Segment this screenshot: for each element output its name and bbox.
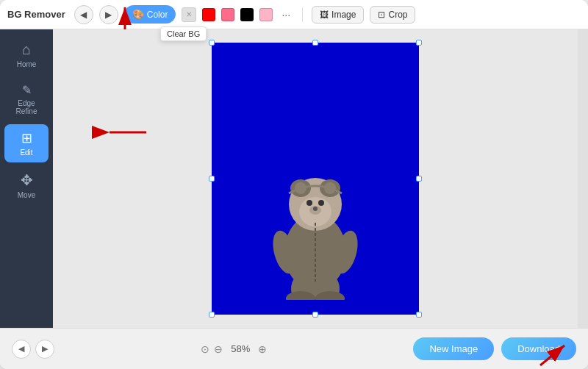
resize-handle-mr[interactable] [416, 176, 422, 182]
svg-point-9 [318, 200, 324, 206]
resize-handle-tm[interactable] [312, 40, 318, 46]
home-icon: ⌂ [22, 41, 31, 58]
resize-handle-br[interactable] [416, 312, 422, 318]
canvas-area [53, 29, 578, 328]
clear-bg-tooltip: Clear BG [160, 26, 207, 41]
edit-icon: ⊞ [21, 130, 32, 146]
resize-handle-bl[interactable] [209, 312, 215, 318]
crop-icon: ⊡ [378, 10, 385, 20]
zoom-in-icon[interactable]: ⊕ [258, 343, 267, 355]
prev-button[interactable]: ◀ [12, 340, 31, 359]
bottom-bar: ◀ ▶ ⊙ ⊖ 58% ⊕ New Image Download [0, 328, 588, 369]
next-button[interactable]: ▶ [35, 340, 54, 359]
zoom-reset-icon[interactable]: ⊙ [201, 343, 209, 355]
zoom-out-icon[interactable]: ⊖ [214, 343, 223, 355]
image-button[interactable]: 🖼 Image [312, 6, 364, 24]
sidebar-item-move[interactable]: ✥ Move [4, 165, 49, 205]
action-buttons: New Image Download [413, 337, 576, 360]
baby-figure [264, 138, 367, 300]
resize-handle-ml[interactable] [209, 176, 215, 182]
image-icon: 🖼 [320, 10, 329, 20]
resize-handle-bm[interactable] [312, 312, 318, 318]
image-container[interactable] [212, 43, 419, 315]
forward-button[interactable]: ▶ [99, 5, 118, 24]
color-swatch-black[interactable] [240, 8, 254, 21]
separator [302, 7, 303, 22]
new-image-button[interactable]: New Image [413, 337, 494, 360]
clear-button[interactable]: ✕ [182, 7, 196, 22]
zoom-percent: 58% [227, 343, 254, 354]
back-button[interactable]: ◀ [74, 5, 93, 24]
color-palette-icon: 🎨 [132, 9, 144, 20]
resize-handle-tl[interactable] [209, 40, 215, 46]
sidebar-item-home[interactable]: ⌂ Home [4, 35, 49, 74]
title-bar: BG Remover ◀ ▶ 🎨 Color ✕ ··· 🖼 Image ⊡ C… [0, 0, 588, 29]
sidebar-item-edge-refine[interactable]: ✎ Edge Refine [4, 77, 49, 121]
right-panel [578, 29, 588, 328]
arrow-to-edit [106, 118, 150, 147]
app-title: BG Remover [7, 9, 65, 20]
svg-point-8 [306, 200, 312, 206]
color-button[interactable]: 🎨 Color [124, 5, 176, 24]
color-swatch-pink[interactable] [259, 8, 273, 21]
edge-refine-icon: ✎ [22, 83, 32, 97]
zoom-controls: ⊙ ⊖ 58% ⊕ [201, 343, 267, 355]
sidebar: ⌂ Home ✎ Edge Refine ⊞ Edit ✥ Move [0, 29, 53, 328]
color-swatch-red[interactable] [202, 8, 215, 21]
resize-handle-tr[interactable] [416, 40, 422, 46]
svg-point-11 [313, 207, 318, 211]
crop-button[interactable]: ⊡ Crop [370, 6, 415, 24]
color-swatch-light-red[interactable] [221, 8, 234, 21]
clear-icon: ✕ [186, 10, 192, 18]
sidebar-item-edit[interactable]: ⊞ Edit [4, 124, 49, 162]
move-icon: ✥ [21, 171, 33, 189]
bottom-nav: ◀ ▶ [12, 340, 54, 359]
download-button[interactable]: Download [501, 337, 576, 360]
more-colors-button[interactable]: ··· [279, 9, 293, 21]
